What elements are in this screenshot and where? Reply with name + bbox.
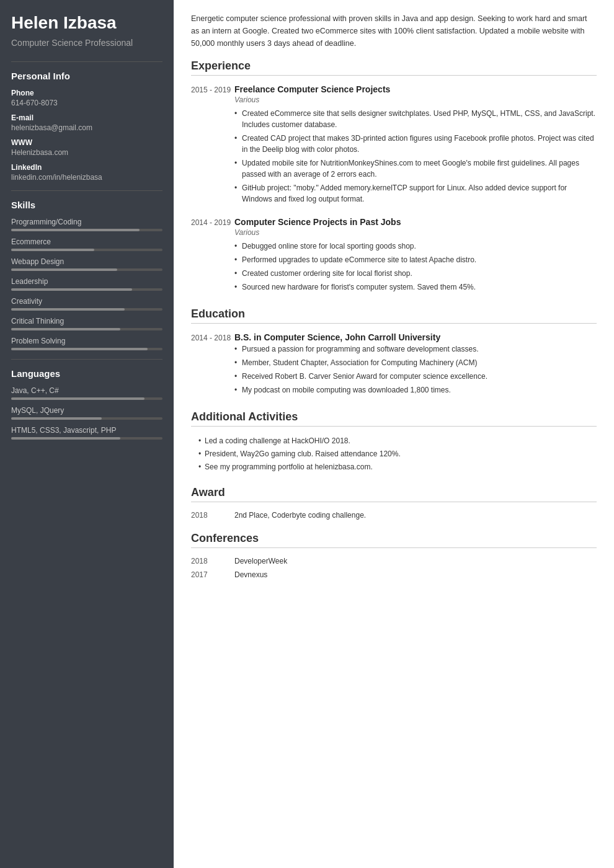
language-item: Java, C++, C# <box>11 386 162 400</box>
language-bar-bg <box>11 417 162 420</box>
conferences-list: 2018 DeveloperWeek 2017 Devnexus <box>191 557 597 579</box>
exp-subtitle: Various <box>234 228 597 237</box>
exp-bullets: Created eCommerce site that sells design… <box>234 108 597 205</box>
exp-content: Computer Science Projects in Past Jobs V… <box>234 217 597 295</box>
conf-name: DeveloperWeek <box>234 557 287 565</box>
language-bar-fill <box>11 437 120 440</box>
bullet-item: Pursued a passion for programming and so… <box>234 343 597 355</box>
conf-name: Devnexus <box>234 570 267 579</box>
skill-bar-bg <box>11 268 162 271</box>
divider-personal <box>11 61 162 62</box>
bullet-item: Member, Student Chapter, Association for… <box>234 357 597 368</box>
candidate-name: Helen Izbasa <box>11 12 162 33</box>
divider-skills <box>11 190 162 191</box>
language-item: HTML5, CSS3, Javascript, PHP <box>11 426 162 440</box>
language-bar-fill <box>11 417 102 420</box>
skill-name: Creativity <box>11 297 162 306</box>
award-date: 2018 <box>191 511 234 520</box>
skill-bar-fill <box>11 249 94 251</box>
exp-title: Computer Science Projects in Past Jobs <box>234 217 597 227</box>
sidebar: Helen Izbasa Computer Science Profession… <box>0 0 174 868</box>
edu-dates: 2014 - 2018 <box>191 332 234 398</box>
bullet-item: Created eCommerce site that sells design… <box>234 108 597 130</box>
conf-date: 2018 <box>191 557 234 565</box>
bullet-item: Received Robert B. Carver Senior Award f… <box>234 371 597 382</box>
www-label: WWW <box>11 138 162 147</box>
linkedin-label: LinkedIn <box>11 163 162 172</box>
skill-bar-fill <box>11 288 132 291</box>
bullet-item: GitHub project: "moby." Added memory.ker… <box>234 182 597 205</box>
exp-dates: 2015 - 2019 <box>191 84 234 207</box>
skill-item: Programming/Coding <box>11 218 162 231</box>
phone-label: Phone <box>11 89 162 97</box>
experience-heading: Experience <box>191 60 597 76</box>
activities-list: Led a coding challenge at HackOHI/O 2018… <box>191 435 597 474</box>
skill-bar-fill <box>11 328 120 330</box>
summary: Energetic computer science professional … <box>191 12 597 50</box>
skill-item: Creativity <box>11 297 162 311</box>
skill-item: Leadership <box>11 277 162 291</box>
skill-bar-fill <box>11 348 148 350</box>
language-bar-fill <box>11 397 145 400</box>
award-row: 2018 2nd Place, Coderbyte coding challen… <box>191 511 597 520</box>
bullet-item: My podcast on mobile computing was downl… <box>234 384 597 396</box>
award-section: Award 2018 2nd Place, Coderbyte coding c… <box>191 486 597 520</box>
main-content: Energetic computer science professional … <box>174 0 614 868</box>
languages-list: Java, C++, C# MySQL, JQuery HTML5, CSS3,… <box>11 386 162 440</box>
skill-name: Critical Thinking <box>11 317 162 326</box>
skill-bar-fill <box>11 308 125 311</box>
bullet-item: Performed upgrades to update eCommerce s… <box>234 254 597 265</box>
bullet-item: Created customer ordering site for local… <box>234 268 597 279</box>
skill-item: Problem Solving <box>11 337 162 350</box>
education-heading: Education <box>191 308 597 324</box>
skill-bar-bg <box>11 229 162 231</box>
skill-bar-bg <box>11 288 162 291</box>
education-section: Education 2014 - 2018 B.S. in Computer S… <box>191 308 597 398</box>
divider-languages <box>11 359 162 360</box>
conference-row: 2018 DeveloperWeek <box>191 557 597 565</box>
language-item: MySQL, JQuery <box>11 406 162 420</box>
skill-bar-fill <box>11 268 117 271</box>
skills-list: Programming/Coding Ecommerce Webapp Desi… <box>11 218 162 350</box>
skill-item: Ecommerce <box>11 237 162 251</box>
activities-heading: Additional Activities <box>191 410 597 427</box>
skill-item: Critical Thinking <box>11 317 162 330</box>
language-bar-bg <box>11 397 162 400</box>
conference-row: 2017 Devnexus <box>191 570 597 579</box>
education-list: 2014 - 2018 B.S. in Computer Science, Jo… <box>191 332 597 398</box>
candidate-title: Computer Science Professional <box>11 37 162 50</box>
language-name: Java, C++, C# <box>11 386 162 395</box>
bullet-item: Sourced new hardware for florist's compu… <box>234 281 597 293</box>
skill-name: Webapp Design <box>11 257 162 266</box>
exp-subtitle: Various <box>234 95 597 104</box>
personal-info-heading: Personal Info <box>11 71 162 81</box>
edu-content: B.S. in Computer Science, John Carroll U… <box>234 332 597 398</box>
experience-section: Experience 2015 - 2019 Freelance Compute… <box>191 60 597 295</box>
skill-bar-fill <box>11 229 140 231</box>
skill-name: Ecommerce <box>11 237 162 246</box>
activity-item: Led a coding challenge at HackOHI/O 2018… <box>198 435 597 447</box>
skill-bar-bg <box>11 328 162 330</box>
experience-row: 2015 - 2019 Freelance Computer Science P… <box>191 84 597 207</box>
skill-bar-bg <box>11 348 162 350</box>
conferences-section: Conferences 2018 DeveloperWeek 2017 Devn… <box>191 532 597 579</box>
exp-bullets: Debugged online store for local sporting… <box>234 241 597 293</box>
award-heading: Award <box>191 486 597 502</box>
exp-title: Freelance Computer Science Projects <box>234 84 597 94</box>
education-row: 2014 - 2018 B.S. in Computer Science, Jo… <box>191 332 597 398</box>
email-label: E-mail <box>11 113 162 122</box>
language-bar-bg <box>11 437 162 440</box>
bullet-item: Debugged online store for local sporting… <box>234 241 597 252</box>
skill-name: Problem Solving <box>11 337 162 345</box>
language-name: HTML5, CSS3, Javascript, PHP <box>11 426 162 435</box>
languages-heading: Languages <box>11 368 162 379</box>
linkedin-value: linkedin.com/in/helenizbasa <box>11 173 162 182</box>
conf-date: 2017 <box>191 570 234 579</box>
activities-section: Additional Activities Led a coding chall… <box>191 410 597 474</box>
award-list: 2018 2nd Place, Coderbyte coding challen… <box>191 511 597 520</box>
edu-title: B.S. in Computer Science, John Carroll U… <box>234 332 597 342</box>
exp-dates: 2014 - 2019 <box>191 217 234 295</box>
exp-content: Freelance Computer Science Projects Vari… <box>234 84 597 207</box>
experience-list: 2015 - 2019 Freelance Computer Science P… <box>191 84 597 295</box>
skill-bar-bg <box>11 308 162 311</box>
